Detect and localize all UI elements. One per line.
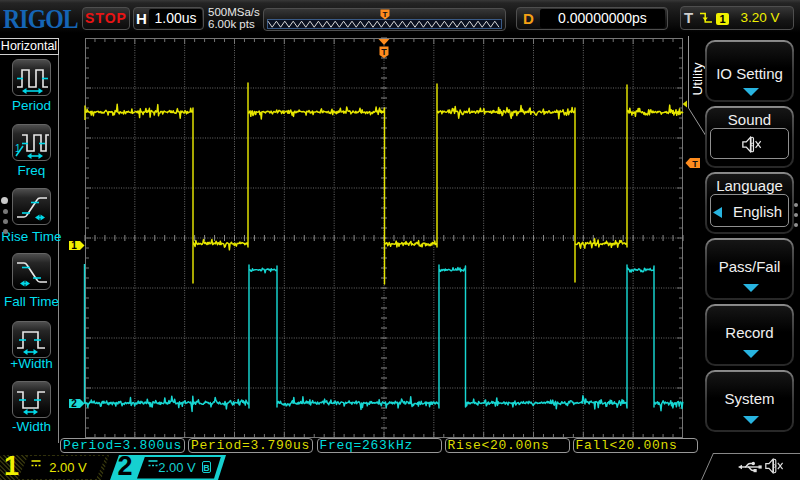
- svg-text:T: T: [692, 159, 698, 169]
- svg-text:T: T: [382, 10, 387, 19]
- svg-text:1: 1: [71, 240, 77, 251]
- svg-text:T: T: [381, 47, 387, 57]
- svg-text:2: 2: [71, 398, 77, 409]
